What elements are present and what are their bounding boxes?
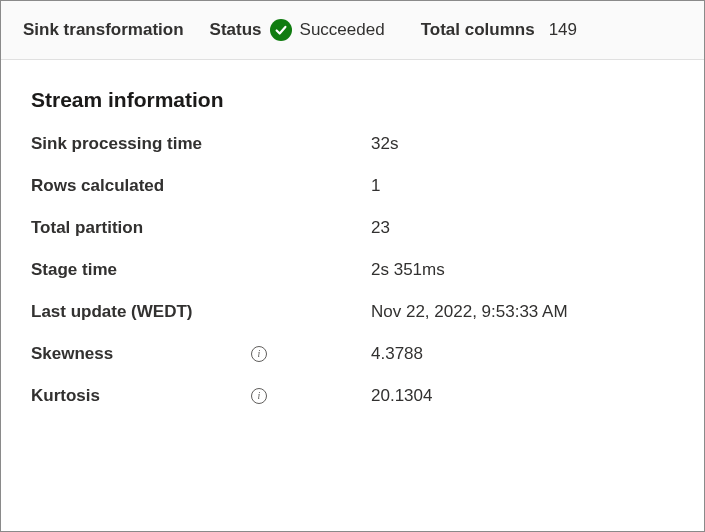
info-row: Total partition23 bbox=[31, 218, 674, 238]
info-label: Stage time bbox=[31, 260, 251, 280]
info-icon[interactable]: i bbox=[251, 388, 267, 404]
info-label: Kurtosis bbox=[31, 386, 251, 406]
info-label: Sink processing time bbox=[31, 134, 251, 154]
info-value: 2s 351ms bbox=[371, 260, 445, 280]
info-row: Rows calculated1 bbox=[31, 176, 674, 196]
info-icon[interactable]: i bbox=[251, 346, 267, 362]
info-value: 4.3788 bbox=[371, 344, 423, 364]
info-list: Sink processing time32sRows calculated1T… bbox=[31, 134, 674, 406]
info-label: Rows calculated bbox=[31, 176, 251, 196]
info-row: Kurtosisi20.1304 bbox=[31, 386, 674, 406]
info-value: 20.1304 bbox=[371, 386, 432, 406]
info-row: Stage time2s 351ms bbox=[31, 260, 674, 280]
info-row: Skewnessi4.3788 bbox=[31, 344, 674, 364]
status-value: Succeeded bbox=[300, 20, 385, 40]
content-panel: Stream information Sink processing time3… bbox=[1, 60, 704, 456]
status-group: Status Succeeded bbox=[210, 19, 385, 41]
info-label: Skewness bbox=[31, 344, 251, 364]
header-title: Sink transformation bbox=[23, 20, 184, 40]
total-columns-value: 149 bbox=[549, 20, 577, 40]
info-icon-slot: i bbox=[251, 388, 371, 404]
info-label: Last update (WEDT) bbox=[31, 302, 251, 322]
section-title: Stream information bbox=[31, 88, 674, 112]
info-value: Nov 22, 2022, 9:53:33 AM bbox=[371, 302, 568, 322]
total-columns-label: Total columns bbox=[421, 20, 535, 40]
info-value: 23 bbox=[371, 218, 390, 238]
info-row: Last update (WEDT)Nov 22, 2022, 9:53:33 … bbox=[31, 302, 674, 322]
info-icon-slot: i bbox=[251, 346, 371, 362]
info-label: Total partition bbox=[31, 218, 251, 238]
info-row: Sink processing time32s bbox=[31, 134, 674, 154]
success-check-icon bbox=[270, 19, 292, 41]
info-value: 32s bbox=[371, 134, 398, 154]
info-value: 1 bbox=[371, 176, 380, 196]
header-bar: Sink transformation Status Succeeded Tot… bbox=[1, 1, 704, 60]
status-label: Status bbox=[210, 20, 262, 40]
